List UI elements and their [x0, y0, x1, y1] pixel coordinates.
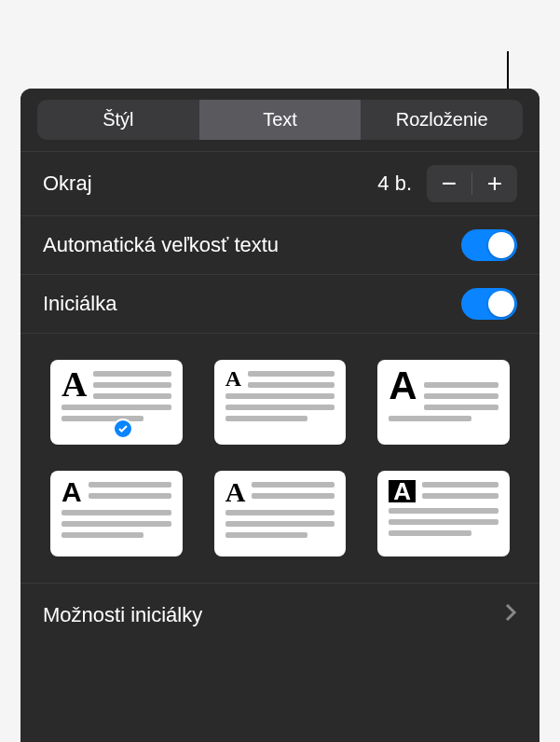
- preview-line: [422, 482, 499, 488]
- tab-bar: Štýl Text Rozloženie: [20, 89, 540, 140]
- drop-cap-style-4[interactable]: A: [50, 471, 183, 556]
- plus-icon: +: [487, 169, 502, 199]
- style-preview-letter: A: [225, 480, 246, 504]
- text-format-panel: Štýl Text Rozloženie Okraj 4 b. − + A: [20, 89, 540, 742]
- preview-line: [225, 393, 335, 399]
- preview-line: [61, 532, 143, 538]
- stepper-controls: − +: [427, 165, 517, 202]
- preview-line: [61, 510, 171, 515]
- preview-line: [225, 405, 335, 410]
- preview-line: [389, 416, 471, 421]
- preview-line: [89, 493, 171, 499]
- drop-cap-toggle[interactable]: [461, 288, 517, 320]
- preview-line: [389, 530, 471, 536]
- drop-cap-style-grid: A A: [20, 334, 540, 584]
- style-preview-letter: A: [389, 369, 417, 403]
- preview-line: [61, 521, 171, 527]
- drop-cap-options-label: Možnosti iniciálky: [43, 603, 202, 627]
- preview-line: [248, 382, 335, 388]
- tab-style[interactable]: Štýl: [37, 100, 199, 140]
- margin-decrease-button[interactable]: −: [427, 165, 471, 202]
- preview-line: [424, 393, 499, 399]
- style-preview-letter: A: [61, 369, 87, 399]
- preview-line: [389, 519, 499, 525]
- auto-text-size-label: Automatická veľkosť textu: [43, 233, 461, 257]
- preview-line: [89, 482, 171, 488]
- preview-line: [248, 371, 335, 377]
- preview-line: [225, 532, 307, 538]
- preview-line: [389, 508, 499, 514]
- tab-layout[interactable]: Rozloženie: [361, 100, 523, 140]
- drop-cap-style-3[interactable]: A: [377, 360, 510, 445]
- style-preview-letter: A: [61, 480, 82, 504]
- drop-cap-style-2[interactable]: A: [214, 360, 347, 445]
- drop-cap-style-1[interactable]: A: [50, 360, 183, 445]
- preview-line: [225, 416, 307, 421]
- chevron-right-icon: [504, 602, 517, 628]
- drop-cap-row: Iniciálka: [20, 275, 540, 334]
- drop-cap-label: Iniciálka: [43, 292, 461, 316]
- auto-text-size-row: Automatická veľkosť textu: [20, 216, 540, 275]
- preview-line: [424, 382, 499, 388]
- preview-line: [252, 493, 335, 499]
- preview-line: [93, 382, 171, 388]
- preview-line: [422, 493, 499, 499]
- minus-icon: −: [442, 169, 457, 199]
- drop-cap-style-6[interactable]: A: [377, 471, 510, 556]
- drop-cap-options-row[interactable]: Možnosti iniciálky: [20, 584, 540, 647]
- selected-check-icon: [113, 419, 133, 439]
- preview-line: [93, 371, 171, 377]
- margin-value: 4 b.: [373, 172, 417, 196]
- preview-line: [225, 510, 335, 515]
- preview-line: [252, 482, 335, 488]
- margin-label: Okraj: [43, 172, 373, 196]
- style-preview-letter: A: [389, 480, 416, 502]
- tab-text[interactable]: Text: [199, 100, 362, 140]
- margin-stepper: 4 b. − +: [373, 165, 517, 202]
- margin-row: Okraj 4 b. − +: [20, 151, 540, 216]
- auto-text-size-toggle[interactable]: [461, 229, 517, 261]
- preview-line: [424, 405, 499, 410]
- margin-increase-button[interactable]: +: [472, 165, 517, 202]
- panel-content: Okraj 4 b. − + Automatická veľkosť textu: [20, 140, 540, 647]
- style-preview-letter: A: [225, 369, 241, 388]
- preview-line: [225, 521, 335, 527]
- preview-line: [61, 405, 171, 410]
- drop-cap-style-5[interactable]: A: [214, 471, 347, 556]
- preview-line: [61, 416, 143, 421]
- preview-line: [93, 393, 171, 399]
